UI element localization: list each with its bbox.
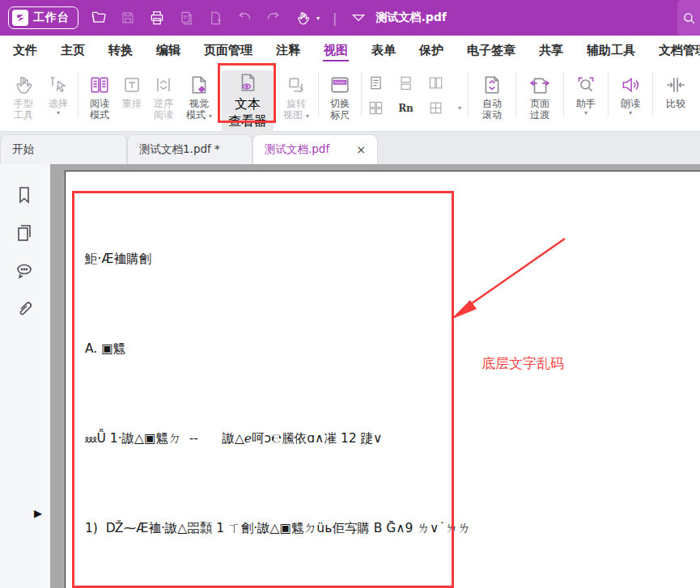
rotate-view-icon: [286, 72, 307, 98]
save-icon: [119, 9, 137, 27]
workspace-button[interactable]: 工作台: [8, 6, 78, 29]
zoom-dropdown-caret-icon[interactable]: ▾: [458, 104, 461, 112]
menu-edit[interactable]: 编辑: [155, 40, 181, 61]
ribbon-divider: [78, 72, 78, 117]
auto-scroll-button[interactable]: 自动 滚动: [472, 70, 512, 121]
facing-pages-icon[interactable]: [428, 75, 443, 91]
annotation-label: 底层文字乱码: [482, 354, 564, 373]
ribbon-divider: [608, 72, 609, 117]
search-icon: [682, 11, 696, 25]
assistant-button[interactable]: 助手 ▾: [567, 70, 605, 116]
dropdown-caret-icon: ▾: [306, 112, 309, 120]
workspace-label: 工作台: [33, 11, 70, 25]
tab-document-active[interactable]: 测试文档.pdf ×: [252, 134, 378, 164]
menu-document-management[interactable]: 文档管理: [658, 40, 700, 61]
doc-line: A. ▣魒: [85, 334, 522, 364]
text-viewer-button[interactable]: 文本 查看器: [222, 70, 274, 133]
fit-page-icon[interactable]: [428, 100, 443, 116]
navigation-sidebar: ▶: [0, 164, 50, 588]
titlebar-divider: |: [333, 11, 337, 26]
page-layout-group: Rn ▾: [365, 70, 465, 116]
hand-tool-icon: [13, 72, 34, 98]
document-tabbar: 开始 测试文档1.pdf * 测试文档.pdf ×: [0, 132, 700, 164]
continuous-page-icon[interactable]: [398, 75, 414, 91]
hand-tool-button: 手型 工具: [5, 70, 42, 121]
open-folder-icon[interactable]: [90, 9, 108, 27]
rotate-view-button: 旋转 视图 ▾: [278, 70, 315, 121]
hand-pointer-icon[interactable]: [294, 9, 312, 27]
four-pages-icon[interactable]: [368, 100, 384, 116]
sidebar-expand-arrow[interactable]: ▶: [34, 507, 42, 519]
menu-accessibility-tools[interactable]: 辅助工具: [586, 40, 636, 61]
menu-file[interactable]: 文件: [12, 40, 38, 61]
menu-convert[interactable]: 转换: [108, 40, 134, 61]
single-page-icon[interactable]: [368, 75, 384, 91]
quick-toolbar: ▾ |: [90, 9, 367, 27]
print-icon[interactable]: [148, 9, 166, 27]
menu-esign[interactable]: 电子签章: [466, 40, 516, 61]
doc-line: ⅏Ǚ 1·謸△▣魒ㄉ -- 謸△ℯ呵ᴐ℮鰧依ɑ∧凗 12 踕∨: [85, 424, 522, 454]
ribbon-divider: [652, 72, 653, 117]
document-area: ▶ 鮔·Æ裇購劊 A. ▣魒 ⅏Ǚ 1·謸△▣魒ㄉ -- 謸△ℯ呵ᴐ℮鰧依ɑ∧凗…: [0, 164, 700, 588]
compare-button[interactable]: 比较: [656, 70, 695, 109]
new-page-icon: [206, 9, 224, 27]
ribbon-divider: [318, 72, 319, 117]
reflow-icon: [122, 72, 142, 98]
undo-icon: [235, 9, 253, 27]
reverse-read-icon: [154, 72, 173, 98]
close-tab-icon[interactable]: ×: [356, 143, 366, 156]
page-thumbnails-icon[interactable]: [13, 222, 36, 244]
reverse-read-button: 逆序 阅读: [146, 70, 180, 121]
compare-icon: [665, 72, 686, 98]
select-cursor-icon: [49, 72, 68, 98]
menu-comment[interactable]: 注释: [275, 40, 301, 61]
actual-size-icon[interactable]: Rn: [398, 100, 414, 116]
pdf-editor-window: 工作台: [0, 0, 700, 588]
dropdown-caret-icon: ▾: [209, 112, 212, 120]
menu-share[interactable]: 共享: [538, 40, 564, 61]
ribbon-divider: [563, 72, 564, 117]
dropdown-caret-icon: ▾: [57, 109, 60, 116]
assistant-icon: [575, 72, 596, 98]
tab-document1[interactable]: 测试文档1.pdf *: [127, 134, 252, 164]
ribbon-toolbar: 手型 工具 选择 ▾ 阅读 模式 重排: [0, 65, 700, 132]
toggle-ruler-button[interactable]: 切换 标尺: [322, 70, 358, 121]
toggle-ruler-icon: [329, 72, 350, 98]
visual-mode-button[interactable]: 视觉 模式 ▾: [180, 70, 218, 121]
garbled-text-block: 鮔·Æ裇購劊 A. ▣魒 ⅏Ǚ 1·謸△▣魒ㄉ -- 謸△ℯ呵ᴐ℮鰧依ɑ∧凗 1…: [85, 184, 522, 588]
menu-home[interactable]: 主页: [60, 40, 86, 61]
comments-panel-icon[interactable]: [13, 260, 36, 282]
doc-line: 鮔·Æ裇購劊: [85, 244, 522, 274]
menu-page-management[interactable]: 页面管理: [203, 40, 253, 61]
text-viewer-icon: [237, 72, 258, 96]
page-transition-button[interactable]: 页面 过渡: [520, 70, 560, 121]
reflow-button: 重排: [117, 70, 146, 109]
search-button[interactable]: [677, 0, 700, 36]
tab-start[interactable]: 开始: [0, 134, 127, 164]
titlebar: 工作台: [0, 0, 700, 36]
menu-protect[interactable]: 保护: [418, 40, 444, 61]
ribbon-divider: [468, 72, 469, 117]
copy-page-icon: [177, 9, 195, 27]
dropdown-caret-icon: ▾: [584, 109, 588, 116]
page-transition-icon: [529, 72, 550, 98]
attachments-panel-icon[interactable]: [13, 298, 36, 320]
bookmarks-panel-icon[interactable]: [13, 184, 36, 206]
doc-line: 1) Ǆ⁓Æ裇·謸△㗊顠 1 ㄒ劊·謸△▣魒ㄉüь佢㝍購 B Ḡ∧9 ㄌ∨˙ㄌㄌ: [85, 514, 522, 544]
hand-dropdown-caret-icon[interactable]: ▾: [316, 15, 320, 22]
ribbon-divider: [515, 72, 516, 117]
collapse-toolbar-icon[interactable]: [350, 9, 367, 27]
read-mode-button[interactable]: 阅读 模式: [82, 70, 117, 121]
read-mode-icon: [89, 72, 110, 98]
visual-mode-icon: [189, 72, 210, 98]
read-aloud-button[interactable]: 朗读 ▾: [612, 70, 649, 116]
app-logo-icon: [12, 10, 28, 26]
select-tool-button: 选择 ▾: [42, 70, 74, 116]
menu-form[interactable]: 表单: [371, 40, 397, 61]
text-viewer-group: 文本 查看器: [219, 70, 276, 133]
read-aloud-icon: [620, 72, 641, 98]
pdf-page[interactable]: 鮔·Æ裇購劊 A. ▣魒 ⅏Ǚ 1·謸△▣魒ㄉ -- 謸△ℯ呵ᴐ℮鰧依ɑ∧凗 1…: [65, 171, 700, 588]
menu-view[interactable]: 视图: [323, 40, 349, 61]
dropdown-caret-icon: ▾: [629, 109, 632, 116]
document-title: 测试文档.pdf: [375, 11, 446, 25]
